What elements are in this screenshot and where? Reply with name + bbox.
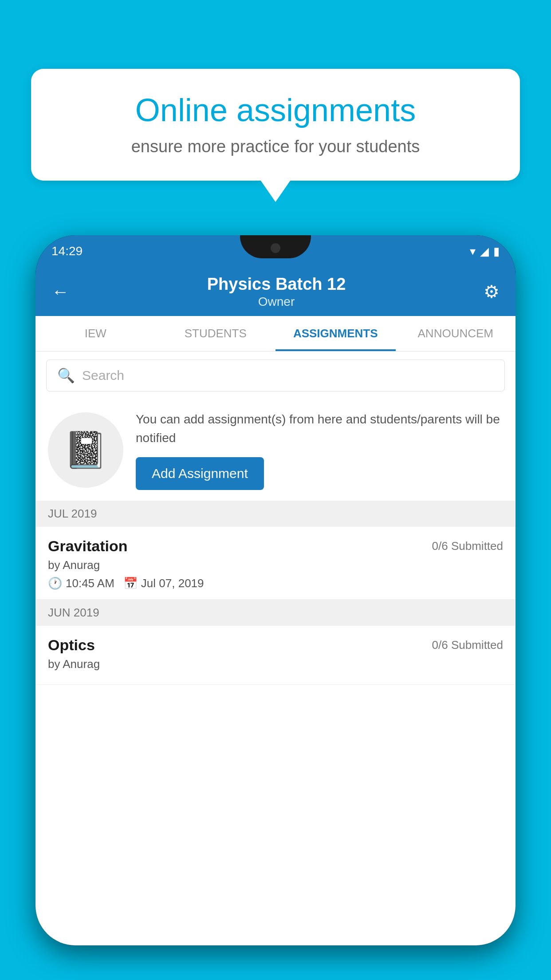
assignment-icon-circle: 📓 (48, 412, 123, 488)
speech-bubble: Online assignments ensure more practice … (31, 69, 520, 181)
header-title: Physics Batch 12 (207, 275, 346, 294)
bubble-title: Online assignments (58, 91, 493, 129)
assignment-row-top: Gravitation 0/6 Submitted (48, 537, 503, 555)
camera-dot (271, 243, 280, 253)
header-subtitle: Owner (207, 295, 346, 309)
tab-students[interactable]: STUDENTS (156, 316, 276, 351)
assignment-optics[interactable]: Optics 0/6 Submitted by Anurag (35, 626, 516, 685)
calendar-icon: 📅 (123, 577, 138, 590)
assignment-name-optics: Optics (48, 636, 95, 654)
back-button[interactable]: ← (51, 282, 69, 302)
status-bar: 14:29 ▾ ◢ ▮ (35, 235, 516, 267)
info-description: You can add assignment(s) from here and … (136, 410, 503, 447)
info-card: 📓 You can add assignment(s) from here an… (35, 399, 516, 501)
battery-icon: ▮ (493, 245, 500, 258)
search-bar: 🔍 Search (35, 352, 516, 399)
phone-container: 14:29 ▾ ◢ ▮ ← Physics Batch 12 Owner ⚙ I… (35, 235, 516, 980)
settings-icon[interactable]: ⚙ (484, 281, 500, 302)
search-placeholder: Search (82, 368, 124, 383)
wifi-icon: ▾ (470, 245, 476, 258)
search-input-wrap[interactable]: 🔍 Search (46, 360, 505, 391)
header-title-group: Physics Batch 12 Owner (207, 275, 346, 309)
app-header: ← Physics Batch 12 Owner ⚙ (35, 267, 516, 316)
assignment-by-optics: by Anurag (48, 657, 503, 671)
tab-announcements[interactable]: ANNOUNCEM (396, 316, 516, 351)
assignment-name-gravitation: Gravitation (48, 537, 127, 555)
assignment-gravitation[interactable]: Gravitation 0/6 Submitted by Anurag 🕐 10… (35, 527, 516, 600)
section-jul-2019: JUL 2019 (35, 501, 516, 527)
phone-screen: 🔍 Search 📓 You can add assignment(s) fro… (35, 352, 516, 945)
info-text-group: You can add assignment(s) from here and … (136, 410, 503, 490)
bubble-subtitle: ensure more practice for your students (58, 137, 493, 156)
tab-bar: IEW STUDENTS ASSIGNMENTS ANNOUNCEM (35, 316, 516, 352)
assignment-date: Jul 07, 2019 (141, 577, 204, 590)
assignment-submitted-gravitation: 0/6 Submitted (432, 539, 503, 553)
assignment-by-gravitation: by Anurag (48, 558, 503, 572)
signal-icon: ◢ (480, 245, 489, 258)
assignment-submitted-optics: 0/6 Submitted (432, 638, 503, 652)
assignment-meta-gravitation: 🕐 10:45 AM 📅 Jul 07, 2019 (48, 577, 503, 590)
time-meta: 🕐 10:45 AM (48, 577, 114, 590)
assignment-time: 10:45 AM (66, 577, 114, 590)
phone-frame: 14:29 ▾ ◢ ▮ ← Physics Batch 12 Owner ⚙ I… (35, 235, 516, 945)
date-meta: 📅 Jul 07, 2019 (123, 577, 204, 590)
section-jun-2019: JUN 2019 (35, 600, 516, 626)
phone-notch (240, 235, 311, 258)
add-assignment-button[interactable]: Add Assignment (136, 457, 264, 490)
assignment-icon: 📓 (63, 429, 108, 471)
tab-iew[interactable]: IEW (35, 316, 156, 351)
status-icons: ▾ ◢ ▮ (470, 245, 500, 258)
status-time: 14:29 (51, 244, 83, 258)
clock-icon: 🕐 (48, 577, 62, 590)
assignment-row-top-optics: Optics 0/6 Submitted (48, 636, 503, 654)
tab-assignments[interactable]: ASSIGNMENTS (276, 316, 396, 351)
search-icon: 🔍 (57, 367, 75, 384)
